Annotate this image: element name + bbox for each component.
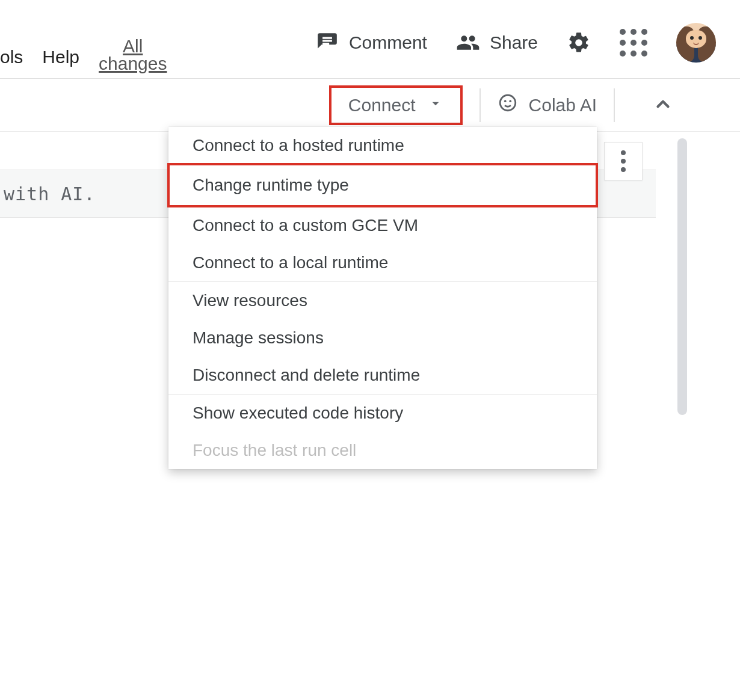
- gear-icon[interactable]: [567, 31, 591, 55]
- menu-item-label: Focus the last run cell: [193, 441, 356, 460]
- menu-item-connect-local[interactable]: Connect to a local runtime: [168, 244, 597, 281]
- collapse-button[interactable]: [646, 88, 680, 122]
- header-actions: Comment Share: [315, 23, 716, 63]
- cell-overflow-button[interactable]: [604, 142, 643, 180]
- menu-item-view-resources[interactable]: View resources: [168, 282, 597, 319]
- apps-grid-icon: [620, 29, 647, 57]
- menu-item-label: Connect to a hosted runtime: [193, 136, 404, 155]
- menubar-item-ols[interactable]: ols: [0, 47, 23, 67]
- menu-item-label: Change runtime type: [193, 176, 349, 195]
- scrollbar[interactable]: [677, 138, 687, 415]
- menu-item-label: View resources: [193, 291, 307, 310]
- toolbar: Connect Colab AI: [0, 79, 740, 132]
- comment-button[interactable]: Comment: [315, 31, 427, 55]
- menubar: ols Help All changes: [0, 47, 167, 83]
- menu-item-label: Connect to a custom GCE VM: [193, 216, 418, 235]
- menubar-item-help[interactable]: Help: [42, 47, 79, 67]
- menu-item-label: Manage sessions: [193, 328, 324, 348]
- menu-item-change-runtime[interactable]: Change runtime type: [168, 164, 597, 206]
- share-label: Share: [490, 32, 538, 53]
- avatar[interactable]: [676, 23, 716, 63]
- menu-item-connect-gce[interactable]: Connect to a custom GCE VM: [168, 207, 597, 244]
- menu-item-label: Disconnect and delete runtime: [193, 366, 420, 385]
- menu-item-code-history[interactable]: Show executed code history: [168, 395, 597, 432]
- svg-point-0: [500, 95, 516, 111]
- svg-point-1: [504, 100, 506, 102]
- share-button[interactable]: Share: [456, 31, 538, 55]
- people-icon: [456, 31, 480, 55]
- chevron-up-icon: [653, 94, 673, 117]
- menu-item-label: Connect to a local runtime: [193, 253, 388, 272]
- menu-item-disconnect-delete[interactable]: Disconnect and delete runtime: [168, 357, 597, 394]
- menu-item-label: Show executed code history: [193, 404, 403, 423]
- comment-label: Comment: [349, 32, 427, 53]
- connect-button[interactable]: Connect: [329, 85, 463, 125]
- colab-ai-label: Colab AI: [529, 95, 597, 115]
- face-icon: [498, 93, 518, 117]
- separator: [614, 88, 615, 122]
- all-changes-link[interactable]: All changes: [99, 38, 167, 72]
- comment-icon: [315, 31, 339, 55]
- menu-item-connect-hosted[interactable]: Connect to a hosted runtime: [168, 127, 597, 164]
- menu-item-manage-sessions[interactable]: Manage sessions: [168, 319, 597, 357]
- svg-point-2: [509, 100, 511, 102]
- kebab-icon: [621, 150, 626, 172]
- separator: [479, 88, 481, 122]
- code-cell-text: with AI.: [4, 183, 96, 204]
- connect-label: Connect: [348, 95, 416, 115]
- caret-down-icon: [428, 95, 443, 115]
- connect-menu: Connect to a hosted runtime Change runti…: [168, 127, 597, 469]
- menu-item-focus-last: Focus the last run cell: [168, 432, 597, 469]
- apps-icon[interactable]: [620, 29, 647, 57]
- all-changes-line2: changes: [99, 54, 167, 73]
- app-header: ols Help All changes Comment Share: [0, 0, 740, 79]
- colab-ai-button[interactable]: Colab AI: [498, 93, 597, 117]
